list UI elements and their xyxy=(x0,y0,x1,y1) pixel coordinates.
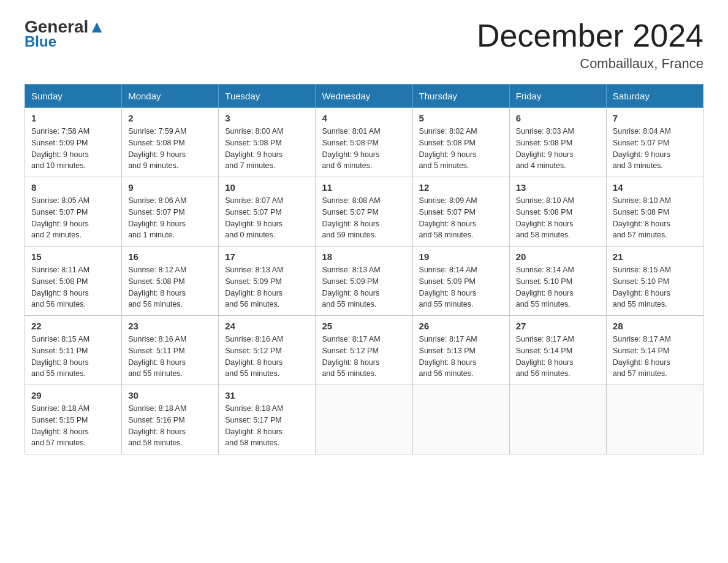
day-number: 18 xyxy=(322,251,406,262)
day-number: 28 xyxy=(613,321,697,331)
day-number: 31 xyxy=(225,390,309,400)
day-number: 15 xyxy=(31,251,115,262)
day-number: 26 xyxy=(419,321,503,331)
day-info: Sunrise: 8:15 AMSunset: 5:10 PMDaylight:… xyxy=(613,264,697,310)
day-info: Sunrise: 8:17 AMSunset: 5:13 PMDaylight:… xyxy=(419,334,503,380)
page-title: December 2024 xyxy=(477,18,703,53)
day-cell-15: 15Sunrise: 8:11 AMSunset: 5:08 PMDayligh… xyxy=(25,247,122,316)
day-info: Sunrise: 8:02 AMSunset: 5:08 PMDaylight:… xyxy=(419,126,503,172)
title-block: December 2024 Combaillaux, France xyxy=(477,18,703,72)
day-cell-24: 24Sunrise: 8:16 AMSunset: 5:12 PMDayligh… xyxy=(219,316,316,385)
day-number: 21 xyxy=(613,251,697,262)
week-row-4: 22Sunrise: 8:15 AMSunset: 5:11 PMDayligh… xyxy=(25,316,703,385)
col-header-monday: Monday xyxy=(122,85,219,108)
day-info: Sunrise: 8:13 AMSunset: 5:09 PMDaylight:… xyxy=(322,264,406,310)
day-info: Sunrise: 8:13 AMSunset: 5:09 PMDaylight:… xyxy=(225,264,309,310)
day-cell-20: 20Sunrise: 8:14 AMSunset: 5:10 PMDayligh… xyxy=(509,247,606,316)
day-number: 19 xyxy=(419,251,503,262)
day-cell-29: 29Sunrise: 8:18 AMSunset: 5:15 PMDayligh… xyxy=(25,385,122,454)
day-cell-31: 31Sunrise: 8:18 AMSunset: 5:17 PMDayligh… xyxy=(219,385,316,454)
day-cell-27: 27Sunrise: 8:17 AMSunset: 5:14 PMDayligh… xyxy=(509,316,606,385)
day-cell-30: 30Sunrise: 8:18 AMSunset: 5:16 PMDayligh… xyxy=(122,385,219,454)
day-number: 6 xyxy=(516,113,600,123)
day-number: 2 xyxy=(128,113,212,123)
day-cell-2: 2Sunrise: 7:59 AMSunset: 5:08 PMDaylight… xyxy=(122,108,219,177)
day-number: 20 xyxy=(516,251,600,262)
day-number: 29 xyxy=(31,390,115,400)
col-header-sunday: Sunday xyxy=(25,85,122,108)
day-info: Sunrise: 8:16 AMSunset: 5:11 PMDaylight:… xyxy=(128,334,212,380)
week-row-2: 8Sunrise: 8:05 AMSunset: 5:07 PMDaylight… xyxy=(25,177,703,247)
day-number: 24 xyxy=(225,321,309,331)
empty-cell xyxy=(606,385,703,454)
day-number: 1 xyxy=(31,113,115,123)
day-cell-19: 19Sunrise: 8:14 AMSunset: 5:09 PMDayligh… xyxy=(412,247,509,316)
day-info: Sunrise: 8:17 AMSunset: 5:14 PMDaylight:… xyxy=(613,334,697,380)
day-info: Sunrise: 8:10 AMSunset: 5:08 PMDaylight:… xyxy=(613,195,697,241)
day-cell-23: 23Sunrise: 8:16 AMSunset: 5:11 PMDayligh… xyxy=(122,316,219,385)
day-info: Sunrise: 8:18 AMSunset: 5:16 PMDaylight:… xyxy=(128,403,212,449)
day-info: Sunrise: 8:12 AMSunset: 5:08 PMDaylight:… xyxy=(128,264,212,310)
day-number: 3 xyxy=(225,113,309,123)
day-cell-21: 21Sunrise: 8:15 AMSunset: 5:10 PMDayligh… xyxy=(606,247,703,316)
day-number: 4 xyxy=(322,113,406,123)
day-cell-13: 13Sunrise: 8:10 AMSunset: 5:08 PMDayligh… xyxy=(509,177,606,247)
day-cell-22: 22Sunrise: 8:15 AMSunset: 5:11 PMDayligh… xyxy=(25,316,122,385)
day-number: 14 xyxy=(613,182,697,193)
day-info: Sunrise: 8:11 AMSunset: 5:08 PMDaylight:… xyxy=(31,264,115,310)
day-number: 25 xyxy=(322,321,406,331)
empty-cell xyxy=(412,385,509,454)
day-number: 17 xyxy=(225,251,309,262)
day-cell-18: 18Sunrise: 8:13 AMSunset: 5:09 PMDayligh… xyxy=(316,247,412,316)
day-cell-11: 11Sunrise: 8:08 AMSunset: 5:07 PMDayligh… xyxy=(316,177,412,247)
day-info: Sunrise: 8:05 AMSunset: 5:07 PMDaylight:… xyxy=(31,195,115,241)
day-cell-5: 5Sunrise: 8:02 AMSunset: 5:08 PMDaylight… xyxy=(412,108,509,177)
day-info: Sunrise: 8:18 AMSunset: 5:17 PMDaylight:… xyxy=(225,403,309,449)
day-number: 22 xyxy=(31,321,115,331)
col-header-saturday: Saturday xyxy=(606,85,703,108)
day-number: 10 xyxy=(225,182,309,193)
day-info: Sunrise: 8:00 AMSunset: 5:08 PMDaylight:… xyxy=(225,126,309,172)
day-info: Sunrise: 8:01 AMSunset: 5:08 PMDaylight:… xyxy=(322,126,406,172)
logo: General▲ Blue xyxy=(25,18,105,50)
day-number: 30 xyxy=(128,390,212,400)
day-cell-16: 16Sunrise: 8:12 AMSunset: 5:08 PMDayligh… xyxy=(122,247,219,316)
day-info: Sunrise: 8:14 AMSunset: 5:10 PMDaylight:… xyxy=(516,264,600,310)
week-row-3: 15Sunrise: 8:11 AMSunset: 5:08 PMDayligh… xyxy=(25,247,703,316)
day-cell-17: 17Sunrise: 8:13 AMSunset: 5:09 PMDayligh… xyxy=(219,247,316,316)
day-cell-10: 10Sunrise: 8:07 AMSunset: 5:07 PMDayligh… xyxy=(219,177,316,247)
day-cell-6: 6Sunrise: 8:03 AMSunset: 5:08 PMDaylight… xyxy=(509,108,606,177)
day-info: Sunrise: 8:17 AMSunset: 5:14 PMDaylight:… xyxy=(516,334,600,380)
day-cell-25: 25Sunrise: 8:17 AMSunset: 5:12 PMDayligh… xyxy=(316,316,412,385)
day-info: Sunrise: 8:15 AMSunset: 5:11 PMDaylight:… xyxy=(31,334,115,380)
day-number: 13 xyxy=(516,182,600,193)
day-info: Sunrise: 8:07 AMSunset: 5:07 PMDaylight:… xyxy=(225,195,309,241)
col-header-tuesday: Tuesday xyxy=(219,85,316,108)
day-info: Sunrise: 7:59 AMSunset: 5:08 PMDaylight:… xyxy=(128,126,212,172)
page-subtitle: Combaillaux, France xyxy=(477,56,703,72)
week-row-5: 29Sunrise: 8:18 AMSunset: 5:15 PMDayligh… xyxy=(25,385,703,454)
day-cell-14: 14Sunrise: 8:10 AMSunset: 5:08 PMDayligh… xyxy=(606,177,703,247)
day-info: Sunrise: 8:04 AMSunset: 5:07 PMDaylight:… xyxy=(613,126,697,172)
day-cell-4: 4Sunrise: 8:01 AMSunset: 5:08 PMDaylight… xyxy=(316,108,412,177)
day-number: 8 xyxy=(31,182,115,193)
day-number: 12 xyxy=(419,182,503,193)
day-cell-12: 12Sunrise: 8:09 AMSunset: 5:07 PMDayligh… xyxy=(412,177,509,247)
day-number: 16 xyxy=(128,251,212,262)
col-header-wednesday: Wednesday xyxy=(316,85,412,108)
day-cell-9: 9Sunrise: 8:06 AMSunset: 5:07 PMDaylight… xyxy=(122,177,219,247)
day-cell-7: 7Sunrise: 8:04 AMSunset: 5:07 PMDaylight… xyxy=(606,108,703,177)
day-info: Sunrise: 8:18 AMSunset: 5:15 PMDaylight:… xyxy=(31,403,115,449)
col-header-friday: Friday xyxy=(509,85,606,108)
day-info: Sunrise: 8:16 AMSunset: 5:12 PMDaylight:… xyxy=(225,334,309,380)
day-info: Sunrise: 7:58 AMSunset: 5:09 PMDaylight:… xyxy=(31,126,115,172)
day-number: 23 xyxy=(128,321,212,331)
day-number: 11 xyxy=(322,182,406,193)
day-info: Sunrise: 8:09 AMSunset: 5:07 PMDaylight:… xyxy=(419,195,503,241)
day-cell-3: 3Sunrise: 8:00 AMSunset: 5:08 PMDaylight… xyxy=(219,108,316,177)
day-cell-1: 1Sunrise: 7:58 AMSunset: 5:09 PMDaylight… xyxy=(25,108,122,177)
day-number: 9 xyxy=(128,182,212,193)
day-info: Sunrise: 8:14 AMSunset: 5:09 PMDaylight:… xyxy=(419,264,503,310)
day-cell-28: 28Sunrise: 8:17 AMSunset: 5:14 PMDayligh… xyxy=(606,316,703,385)
calendar-table: SundayMondayTuesdayWednesdayThursdayFrid… xyxy=(25,84,703,454)
